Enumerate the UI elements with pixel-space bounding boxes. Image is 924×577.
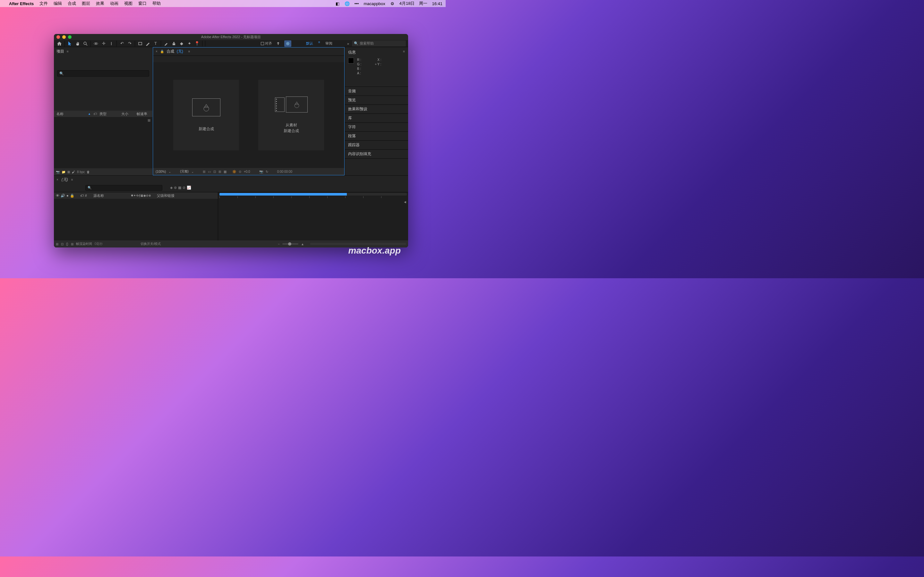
graph-editor-icon[interactable]: 📈	[187, 185, 191, 190]
date-display[interactable]: 4月18日	[399, 1, 415, 6]
clone-stamp-tool[interactable]	[170, 40, 178, 47]
timeline-layer-area[interactable]	[54, 199, 218, 240]
orbit-camera-tool[interactable]	[92, 40, 99, 47]
brush-tool[interactable]	[163, 40, 170, 47]
column-type[interactable]: 类型	[99, 111, 119, 116]
column-fps[interactable]: 帧速率	[137, 111, 150, 116]
more-menu-icon[interactable]: •••	[354, 1, 359, 6]
new-comp-icon[interactable]: ⊞	[67, 170, 70, 174]
timeline-panel-menu-icon[interactable]: ≡	[71, 178, 73, 181]
time-display[interactable]: 16:41	[432, 1, 443, 6]
timeline-zoom-slider[interactable]	[282, 243, 298, 245]
stage-manager-icon[interactable]: ◧	[335, 1, 340, 6]
side-panel-effects-presets[interactable]: 效果和预设	[345, 105, 408, 114]
flowchart-icon[interactable]: ⊞	[148, 118, 150, 122]
menu-layer[interactable]: 图层	[82, 1, 90, 6]
exposure-reset-icon[interactable]: ⊙	[239, 170, 241, 173]
audio-toggle-icon[interactable]: 🔊	[61, 193, 65, 198]
share-icon[interactable]	[275, 40, 282, 47]
side-panel-tracker[interactable]: 跟踪器	[345, 141, 408, 150]
project-settings-icon[interactable]: 🖌	[72, 170, 75, 174]
menu-effect[interactable]: 效果	[96, 1, 104, 6]
home-tool[interactable]	[56, 40, 63, 47]
lock-icon[interactable]: 🔒	[70, 193, 74, 198]
menu-composition[interactable]: 合成	[68, 1, 76, 6]
selection-tool[interactable]	[66, 40, 73, 47]
hand-tool[interactable]	[74, 40, 81, 47]
video-toggle-icon[interactable]: 👁	[56, 193, 59, 197]
zoom-out-icon[interactable]: −	[278, 242, 280, 246]
toggle-switches-icon-1[interactable]: ⊞	[56, 242, 58, 246]
info-panel-title[interactable]: 信息	[348, 50, 356, 55]
new-composition-button[interactable]: 新建合成	[173, 80, 239, 150]
text-tool[interactable]: T	[152, 40, 159, 47]
new-folder-icon[interactable]: 📁	[61, 170, 65, 174]
resolution-dropdown[interactable]: (完整)	[180, 169, 189, 174]
anchor-point-tool[interactable]	[108, 40, 115, 47]
comp-tab-title[interactable]: 合成	[166, 49, 174, 54]
menu-window[interactable]: 窗口	[138, 1, 147, 6]
snap-checkbox[interactable]: 对齐	[261, 41, 272, 46]
timeline-tab-close-icon[interactable]: ×	[57, 178, 58, 181]
zoom-in-icon[interactable]: ▲	[301, 242, 304, 246]
timecode-display[interactable]: 0:00:00:00	[277, 170, 292, 173]
trash-icon[interactable]: 🗑	[87, 170, 90, 174]
side-panel-library[interactable]: 库	[345, 114, 408, 123]
channel-icon[interactable]: ▦	[224, 170, 226, 173]
project-panel-menu-icon[interactable]: ≡	[67, 50, 69, 53]
shy-layers-icon[interactable]: ⊛	[174, 185, 177, 190]
comp-lock-icon[interactable]: 🔒	[160, 50, 164, 53]
column-size[interactable]: 大小	[121, 111, 134, 116]
search-help-input[interactable]: 🔍 搜索帮助	[352, 40, 406, 47]
undo-icon[interactable]: ↶	[118, 40, 126, 47]
comp-tab-close-icon[interactable]: ×	[156, 50, 158, 53]
roi-icon[interactable]: ⊡	[213, 170, 216, 173]
snapshot-icon[interactable]: 📷	[259, 170, 263, 173]
interpret-footage-icon[interactable]: 📷	[56, 170, 60, 174]
exposure-value[interactable]: +0.0	[244, 170, 250, 173]
menu-help[interactable]: 帮助	[152, 1, 161, 6]
workspace-review[interactable]: 审阅	[323, 40, 335, 47]
menu-view[interactable]: 视图	[124, 1, 132, 6]
rectangle-tool[interactable]	[137, 40, 144, 47]
sort-arrow-icon[interactable]: ▲	[88, 112, 91, 115]
workspace-menu-icon[interactable]: ≡	[317, 40, 321, 47]
toggle-switches-icon-4[interactable]: ⊞	[71, 242, 73, 246]
side-panel-character[interactable]: 字符	[345, 123, 408, 132]
toggle-switches-modes[interactable]: 切换开关/模式	[141, 242, 161, 246]
side-panel-content-aware-fill[interactable]: 内容识别填充	[345, 150, 408, 159]
project-search-input[interactable]: 🔍	[57, 70, 149, 77]
timeline-ticks[interactable]	[218, 196, 408, 201]
side-panel-audio[interactable]: 音频	[345, 87, 408, 96]
timeline-ruler[interactable]	[220, 193, 407, 195]
comp-mini-icon[interactable]: ◈	[170, 185, 173, 190]
workspace-default[interactable]: 默认	[304, 40, 316, 47]
eraser-tool[interactable]: ◆	[178, 40, 185, 47]
side-panel-paragraph[interactable]: 段落	[345, 132, 408, 141]
zoom-tool[interactable]	[82, 40, 89, 47]
pan-behind-tool[interactable]: ✛	[100, 40, 107, 47]
new-comp-from-footage-button[interactable]: 从素材 新建合成	[258, 80, 324, 150]
toggle-switches-icon-2[interactable]: ⊡	[61, 242, 63, 246]
menu-animation[interactable]: 动画	[110, 1, 118, 6]
transparency-grid-icon[interactable]: ⊞	[203, 170, 205, 173]
tag-icon[interactable]: 🏷	[94, 112, 97, 116]
side-panel-preview[interactable]: 预览	[345, 96, 408, 105]
motion-blur-icon[interactable]: ⊘	[183, 185, 186, 190]
comp-panel-menu-icon[interactable]: ≡	[188, 50, 190, 53]
app-menu[interactable]: After Effects	[9, 1, 34, 6]
source-name-header[interactable]: 源名称	[94, 193, 104, 198]
pen-tool[interactable]	[144, 40, 152, 47]
exposure-icon[interactable]: 🔆	[232, 170, 236, 173]
frame-blend-icon[interactable]: ▦	[178, 185, 181, 190]
switches-icons[interactable]: ✱✦✢⁄⨍▦◉⊘⊕	[131, 194, 152, 197]
redo-icon[interactable]: ↷	[126, 40, 133, 47]
control-center-icon[interactable]: ⚙	[390, 1, 395, 6]
dock-toggle-icon[interactable]: ◄	[403, 200, 407, 204]
overflow-icon[interactable]: »	[347, 42, 349, 45]
parent-link-header[interactable]: 父级和链接	[157, 193, 174, 198]
column-name[interactable]: 名称	[57, 111, 86, 116]
close-window-button[interactable]	[57, 35, 60, 39]
timeline-tab-none[interactable]: (无)	[61, 177, 68, 182]
toggle-switches-icon-3[interactable]: {}	[66, 242, 68, 246]
